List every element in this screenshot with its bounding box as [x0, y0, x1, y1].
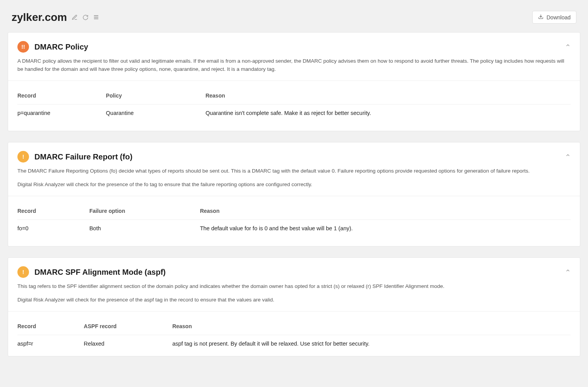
page-header: zylker.com Download — [8, 4, 580, 27]
chevron-up-icon[interactable] — [565, 43, 571, 49]
svg-rect-1 — [94, 17, 98, 18]
column-header: Policy — [106, 92, 205, 99]
table-header-row: Record Policy Reason — [17, 87, 571, 104]
column-header: Record — [17, 92, 106, 99]
svg-rect-0 — [94, 15, 98, 16]
header-icons — [72, 14, 99, 21]
cell-aspf: Relaxed — [84, 341, 173, 347]
card-description: The DMARC Failure Reporting Options (fo)… — [8, 163, 580, 196]
card-desc-text: Digital Risk Analyzer will check for the… — [17, 296, 571, 304]
card-table: Record ASPF record Reason aspf=r Relaxed… — [8, 311, 580, 356]
chevron-up-icon[interactable] — [565, 268, 571, 274]
table-header-row: Record Failure option Reason — [17, 202, 571, 220]
card-header: ! DMARC SPF Alignment Mode (aspf) — [8, 258, 580, 278]
column-header: Record — [17, 323, 84, 329]
column-header: Reason — [172, 323, 571, 329]
pencil-icon[interactable] — [72, 14, 78, 21]
cell-reason: Quarantine isn't complete safe. Make it … — [205, 110, 571, 116]
cell-option: Both — [89, 225, 200, 231]
card-dmarc-aspf: ! DMARC SPF Alignment Mode (aspf) This t… — [8, 257, 580, 356]
card-desc-text: The DMARC Failure Reporting Options (fo)… — [17, 167, 571, 175]
download-icon — [538, 14, 544, 21]
card-description: This tag refers to the SPF identifier al… — [8, 278, 580, 311]
chevron-up-icon[interactable] — [565, 152, 571, 159]
page-container: zylker.com Download !! DMARC — [4, 4, 584, 356]
card-table: Record Policy Reason p=quarantine Quaran… — [8, 80, 580, 131]
refresh-icon[interactable] — [82, 14, 89, 21]
cell-record: aspf=r — [17, 341, 84, 347]
cell-reason: aspf tag is not present. By default it w… — [172, 341, 571, 347]
list-icon[interactable] — [93, 14, 99, 20]
cell-reason: The default value for fo is 0 and the be… — [200, 225, 571, 231]
card-title: DMARC Policy — [34, 41, 88, 53]
card-desc-text: Digital Risk Analyzer will check for the… — [17, 181, 571, 189]
card-desc-text: This tag refers to the SPF identifier al… — [17, 283, 571, 291]
card-table: Record Failure option Reason fo=0 Both T… — [8, 196, 580, 246]
svg-rect-2 — [94, 19, 98, 19]
card-dmarc-fo: ! DMARC Failure Report (fo) The DMARC Fa… — [8, 142, 580, 247]
column-header: Reason — [200, 208, 571, 214]
download-label: Download — [547, 14, 571, 21]
column-header: Record — [17, 208, 89, 214]
column-header: ASPF record — [84, 323, 173, 329]
column-header: Failure option — [89, 208, 200, 214]
alert-icon: !! — [17, 41, 29, 53]
alert-icon: ! — [17, 266, 29, 278]
card-title: DMARC Failure Report (fo) — [34, 151, 132, 163]
download-button[interactable]: Download — [532, 11, 576, 24]
card-description: A DMARC policy allows the recipient to f… — [8, 53, 580, 80]
table-header-row: Record ASPF record Reason — [17, 318, 571, 335]
table-row: aspf=r Relaxed aspf tag is not present. … — [17, 335, 571, 352]
cell-record: p=quarantine — [17, 110, 106, 116]
column-header: Reason — [205, 92, 571, 99]
card-header: ! DMARC Failure Report (fo) — [8, 142, 580, 163]
cell-policy: Quarantine — [106, 110, 205, 116]
card-desc-text: A DMARC policy allows the recipient to f… — [17, 57, 571, 74]
alert-icon: ! — [17, 151, 29, 163]
cell-record: fo=0 — [17, 225, 89, 231]
card-dmarc-policy: !! DMARC Policy A DMARC policy allows th… — [8, 32, 580, 131]
header-left: zylker.com — [12, 11, 99, 24]
card-header: !! DMARC Policy — [8, 33, 580, 53]
table-row: fo=0 Both The default value for fo is 0 … — [17, 220, 571, 237]
page-title: zylker.com — [12, 11, 67, 24]
card-title: DMARC SPF Alignment Mode (aspf) — [34, 266, 166, 278]
table-row: p=quarantine Quarantine Quarantine isn't… — [17, 104, 571, 122]
